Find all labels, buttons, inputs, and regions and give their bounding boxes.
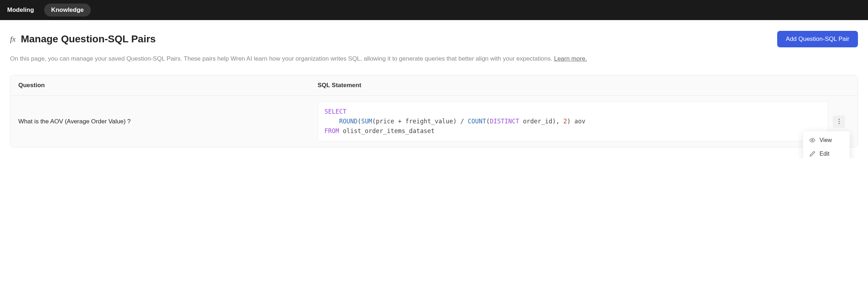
page-title-wrap: fx Manage Question-SQL Pairs bbox=[10, 33, 156, 45]
description-text: On this page, you can manage your saved … bbox=[10, 55, 554, 62]
sql-cell: SELECT ROUND(SUM(price + freight_value) … bbox=[318, 101, 828, 142]
page-description: On this page, you can manage your saved … bbox=[10, 54, 858, 64]
dots-icon bbox=[839, 119, 840, 120]
page-header: fx Manage Question-SQL Pairs Add Questio… bbox=[10, 31, 858, 47]
eye-icon bbox=[809, 137, 815, 143]
menu-label-edit: Edit bbox=[820, 151, 830, 157]
menu-item-edit[interactable]: Edit bbox=[803, 147, 850, 159]
tab-modeling[interactable]: Modeling bbox=[0, 4, 41, 16]
menu-item-view[interactable]: View bbox=[803, 133, 850, 147]
top-nav: Modeling Knowledge bbox=[0, 0, 868, 20]
svg-point-0 bbox=[812, 140, 813, 141]
column-header-question: Question bbox=[18, 82, 318, 89]
add-question-sql-pair-button[interactable]: Add Question-SQL Pair bbox=[777, 31, 858, 47]
column-header-sql: SQL Statement bbox=[318, 82, 828, 89]
learn-more-link[interactable]: Learn more. bbox=[554, 55, 587, 62]
column-header-actions bbox=[828, 82, 850, 89]
page-content: fx Manage Question-SQL Pairs Add Questio… bbox=[0, 20, 868, 158]
actions-dropdown: View Edit Delete bbox=[803, 131, 850, 159]
fx-icon: fx bbox=[10, 34, 16, 44]
sql-code-block: SELECT ROUND(SUM(price + freight_value) … bbox=[318, 101, 828, 142]
table-row: What is the AOV (Average Order Value) ? … bbox=[10, 96, 858, 147]
menu-label-view: View bbox=[820, 137, 832, 143]
actions-cell: View Edit Delete bbox=[828, 115, 850, 128]
tab-knowledge[interactable]: Knowledge bbox=[44, 4, 91, 16]
page-title: Manage Question-SQL Pairs bbox=[21, 33, 156, 45]
table-header: Question SQL Statement bbox=[10, 75, 858, 96]
more-actions-button[interactable] bbox=[833, 115, 845, 128]
pencil-icon bbox=[809, 151, 815, 157]
question-cell: What is the AOV (Average Order Value) ? bbox=[18, 118, 318, 125]
question-sql-table: Question SQL Statement What is the AOV (… bbox=[10, 75, 858, 148]
